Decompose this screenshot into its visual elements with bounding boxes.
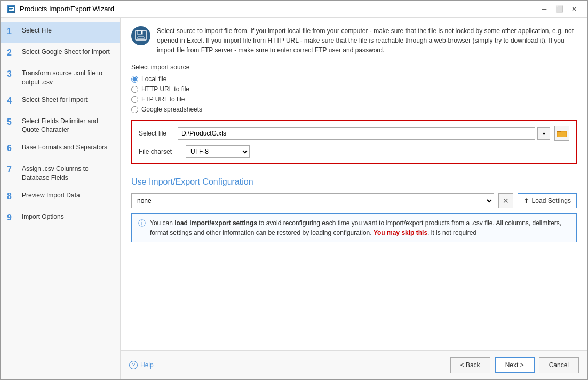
- sidebar-label-8: Preview Import Data: [22, 191, 80, 200]
- svg-rect-2: [9, 8, 13, 9]
- import-source-label: Select import source: [131, 64, 577, 71]
- sidebar-label-4: Select Sheet for Import: [22, 96, 88, 105]
- main-content: Select source to import file from. If yo…: [121, 18, 587, 350]
- main-window: Products Import/Export Wizard ─ ⬜ ✕ 1 Se…: [0, 0, 588, 380]
- sidebar-num-2: 2: [7, 48, 18, 59]
- radio-google-row: Google spreadsheets: [131, 106, 577, 113]
- svg-rect-10: [558, 132, 566, 137]
- minimize-button[interactable]: ─: [537, 4, 551, 14]
- cancel-button[interactable]: Cancel: [539, 357, 579, 373]
- title-bar-left: Products Import/Export Wizard: [7, 5, 114, 13]
- sidebar-label-3: Transform source .xml file to output .cs…: [22, 69, 114, 87]
- sidebar-num-7: 7: [7, 164, 18, 176]
- svg-rect-3: [9, 9, 12, 10]
- sidebar-item-4[interactable]: 4 Select Sheet for Import: [1, 91, 120, 113]
- sidebar-item-3[interactable]: 3 Transform source .xml file to output .…: [1, 65, 120, 91]
- sidebar-num-3: 3: [7, 69, 18, 80]
- sidebar-label-5: Select Fields Delimiter and Quote Charac…: [22, 117, 114, 135]
- radio-http-row: HTTP URL to file: [131, 85, 577, 93]
- footer: ? Help < Back Next > Cancel: [121, 350, 587, 379]
- info-text-end: , it is not required: [427, 229, 476, 236]
- radio-ftp-row: FTP URL to file: [131, 96, 577, 103]
- config-row: none ✕ ⬆ Load Settings: [131, 193, 577, 208]
- window-title: Products Import/Export Wizard: [20, 5, 114, 13]
- help-button[interactable]: ? Help: [129, 361, 154, 369]
- config-select[interactable]: none: [131, 193, 494, 208]
- sidebar-label-9: Import Options: [22, 212, 64, 221]
- radio-http-label[interactable]: HTTP URL to file: [141, 85, 189, 93]
- sidebar-item-8[interactable]: 8 Preview Import Data: [1, 187, 120, 208]
- sidebar-label-1: Select File: [22, 26, 52, 35]
- maximize-button[interactable]: ⬜: [552, 4, 566, 14]
- sidebar-num-6: 6: [7, 143, 18, 154]
- upload-icon: ⬆: [523, 197, 529, 205]
- info-text-skip: You may skip this: [374, 229, 427, 236]
- title-bar: Products Import/Export Wizard ─ ⬜ ✕: [1, 1, 587, 18]
- file-label: Select file: [139, 130, 173, 137]
- app-icon: [7, 5, 15, 13]
- disk-svg: [134, 30, 147, 42]
- radio-local-label[interactable]: Local file: [141, 75, 166, 83]
- file-input-wrapper: ▾: [178, 127, 550, 140]
- info-description: Select source to import file from. If yo…: [157, 26, 577, 55]
- sidebar-label-2: Select Google Sheet for Import: [22, 48, 110, 57]
- content-area: 1 Select File 2 Select Google Sheet for …: [1, 18, 587, 379]
- main-panel: Select source to import file from. If yo…: [121, 18, 587, 379]
- sidebar-num-9: 9: [7, 212, 18, 224]
- radio-http-url[interactable]: [131, 86, 138, 93]
- file-path-input[interactable]: [178, 127, 535, 140]
- config-section: Use Import/Export Configuration none ✕ ⬆…: [131, 177, 577, 242]
- sidebar-item-1[interactable]: 1 Select File: [1, 22, 120, 43]
- sidebar-num-8: 8: [7, 191, 18, 202]
- charset-row: File charset UTF-8 UTF-16 ISO-8859-1 Win…: [139, 145, 569, 158]
- sidebar-item-2[interactable]: 2 Select Google Sheet for Import: [1, 43, 120, 65]
- sidebar-num-1: 1: [7, 26, 18, 37]
- import-source-group: Local file HTTP URL to file FTP URL to f…: [131, 75, 577, 113]
- config-info-text: You can load import/export settings to a…: [150, 218, 570, 238]
- file-select-box: Select file ▾: [131, 120, 577, 164]
- info-text-part1: You can: [150, 219, 174, 227]
- radio-google-sheets[interactable]: [131, 106, 138, 113]
- sidebar-item-9[interactable]: 9 Import Options: [1, 208, 120, 229]
- info-text-bold: load import/export settings: [174, 219, 257, 227]
- file-dropdown-button[interactable]: ▾: [537, 127, 550, 140]
- sidebar-item-5[interactable]: 5 Select Fields Delimiter and Quote Char…: [1, 113, 120, 139]
- load-settings-label: Load Settings: [532, 197, 571, 204]
- radio-google-label[interactable]: Google spreadsheets: [141, 106, 202, 113]
- charset-label: File charset: [139, 148, 181, 155]
- radio-ftp-label[interactable]: FTP URL to file: [141, 96, 185, 103]
- help-label: Help: [140, 361, 154, 369]
- svg-rect-6: [138, 37, 144, 39]
- sidebar: 1 Select File 2 Select Google Sheet for …: [1, 18, 121, 379]
- app-icon-svg: [7, 5, 15, 13]
- back-button[interactable]: < Back: [450, 357, 490, 373]
- disk-icon: [131, 26, 150, 45]
- radio-ftp-url[interactable]: [131, 96, 138, 103]
- charset-select[interactable]: UTF-8 UTF-16 ISO-8859-1 Windows-1252: [186, 145, 250, 158]
- window-controls: ─ ⬜ ✕: [537, 4, 581, 14]
- sidebar-item-6[interactable]: 6 Base Formats and Separators: [1, 139, 120, 160]
- help-icon: ?: [129, 361, 138, 369]
- config-info-box: ⓘ You can load import/export settings to…: [131, 213, 577, 242]
- footer-buttons: < Back Next > Cancel: [450, 357, 579, 373]
- sidebar-num-5: 5: [7, 117, 18, 128]
- radio-local-file[interactable]: [131, 76, 138, 83]
- config-clear-button[interactable]: ✕: [498, 193, 513, 208]
- folder-icon: [557, 129, 567, 138]
- info-circle-icon: ⓘ: [138, 219, 146, 228]
- sidebar-label-6: Base Formats and Separators: [22, 143, 107, 152]
- close-button[interactable]: ✕: [567, 4, 581, 14]
- info-section: Select source to import file from. If yo…: [131, 26, 577, 55]
- load-settings-button[interactable]: ⬆ Load Settings: [518, 193, 577, 208]
- file-row: Select file ▾: [139, 126, 569, 141]
- sidebar-num-4: 4: [7, 96, 18, 107]
- radio-local-row: Local file: [131, 75, 577, 83]
- next-button[interactable]: Next >: [495, 357, 535, 373]
- file-browse-button[interactable]: [554, 126, 569, 141]
- config-title: Use Import/Export Configuration: [131, 177, 577, 187]
- sidebar-item-7[interactable]: 7 Assign .csv Columns to Database Fields: [1, 160, 120, 187]
- svg-rect-7: [141, 31, 142, 34]
- sidebar-label-7: Assign .csv Columns to Database Fields: [22, 164, 114, 183]
